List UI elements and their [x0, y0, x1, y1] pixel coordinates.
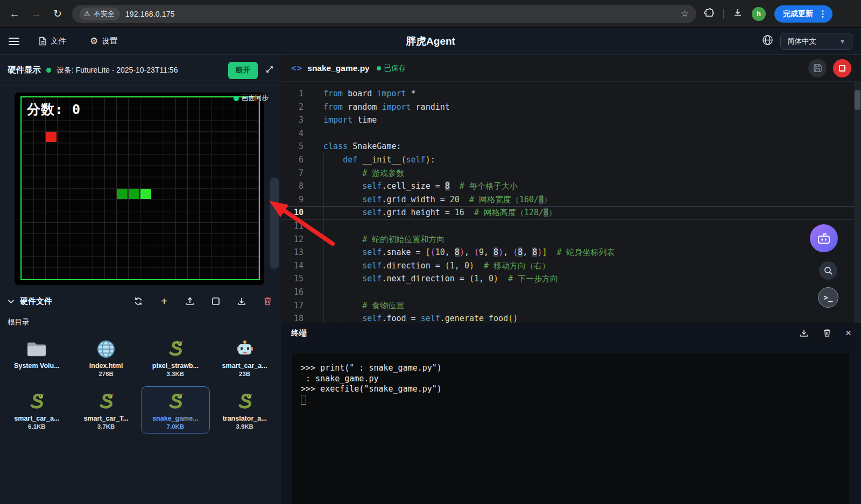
file-item[interactable]: smart_car_a...6.1KB	[2, 386, 72, 434]
file-name: index.html	[89, 362, 123, 370]
device-online-dot	[46, 68, 51, 73]
security-chip[interactable]: ⚠不安全	[80, 8, 120, 20]
food-cell	[46, 132, 57, 142]
upload-icon[interactable]	[184, 295, 196, 308]
hamburger-menu-icon[interactable]	[9, 38, 19, 45]
menu-file[interactable]: 文件	[39, 36, 66, 46]
editor-scrollbar-thumb[interactable]	[855, 90, 860, 110]
globe-icon[interactable]	[762, 34, 773, 48]
file-size: 23B	[239, 371, 250, 377]
snake-icon	[27, 391, 46, 413]
snake-head-cell	[140, 189, 151, 199]
update-label: 完成更新	[783, 9, 813, 19]
terminal-line: >>> execfile("snake_game.py")	[301, 384, 841, 395]
device-label: 设备: FutureLite - 2025-10-23T11:56	[57, 66, 223, 75]
new-file-icon[interactable]: +	[158, 295, 171, 308]
terminal-panel: 终端 × >>> print(" : snake_game.py") : sna…	[281, 323, 861, 504]
bookmark-star-icon[interactable]: ☆	[681, 8, 689, 19]
code-line: 7 # 游戏参数	[281, 167, 861, 180]
ai-assistant-button[interactable]	[810, 224, 838, 252]
file-item[interactable]: pixel_strawb...3.3KB	[141, 333, 210, 381]
indent-guide	[343, 167, 343, 323]
sync-label: 画面同步	[242, 94, 269, 103]
editor-scrollbar[interactable]	[854, 82, 861, 323]
code-line: 5class SnakeGame:	[281, 140, 861, 153]
security-label: 不安全	[94, 9, 115, 19]
terminal-clear-icon[interactable]	[823, 328, 831, 338]
fullscreen-icon[interactable]	[265, 65, 274, 76]
code-line: 17 # 食物位置	[281, 299, 861, 313]
line-number: 10	[281, 207, 315, 219]
terminal-close-icon[interactable]: ×	[845, 327, 851, 339]
profile-avatar[interactable]: h	[752, 7, 766, 21]
downloads-icon[interactable]	[732, 8, 743, 20]
terminal-cursor-line	[301, 395, 841, 406]
line-number: 1	[281, 87, 315, 101]
file-grid: System Volu...index.html276Bpixel_strawb…	[2, 333, 279, 434]
file-item[interactable]: snake_game...7.0KB	[141, 386, 210, 434]
terminal-title: 终端	[291, 328, 307, 338]
app-header: 文件 ⚙ 设置 胖虎Agent 简体中文 ▼	[0, 28, 861, 55]
forward-icon[interactable]: →	[29, 8, 43, 20]
file-name: System Volu...	[14, 362, 60, 370]
line-number: 12	[281, 233, 315, 246]
file-item[interactable]: System Volu...	[2, 333, 72, 381]
file-item[interactable]: smart_car_a...23B	[210, 333, 279, 381]
url-text[interactable]: 192.168.0.175	[125, 10, 675, 18]
line-number: 6	[281, 153, 315, 167]
language-select[interactable]: 简体中文 ▼	[780, 33, 852, 50]
screen-frame: 分数: 0	[20, 96, 260, 280]
stop-icon	[839, 65, 845, 72]
hardware-panel-title: 硬件显示	[8, 65, 41, 76]
save-button[interactable]	[808, 59, 827, 77]
indent-guide	[323, 153, 324, 323]
terminal-output[interactable]: >>> print(" : snake_game.py") : snake_ga…	[292, 353, 849, 504]
saved-label: 已保存	[384, 63, 406, 73]
terminal-toggle-button[interactable]: >_	[818, 287, 838, 308]
search-button[interactable]	[819, 261, 837, 280]
file-name: smart_car_T...	[83, 415, 128, 422]
file-name: snake_game...	[152, 415, 198, 422]
robot-icon	[236, 338, 253, 360]
collapse-chevron-icon[interactable]	[8, 296, 15, 306]
code-line: 1from board import *	[281, 87, 861, 101]
file-item[interactable]: translator_a...3.9KB	[210, 386, 279, 434]
editor-filename: snake_game.py	[307, 63, 369, 73]
terminal-cursor	[301, 395, 306, 404]
code-editor[interactable]: 1from board import *2from random import …	[281, 82, 861, 323]
kebab-menu-icon[interactable]: ⋮	[818, 9, 827, 19]
code-line: 11	[281, 219, 861, 233]
saved-dot	[377, 66, 381, 70]
reload-icon[interactable]: ↻	[51, 8, 65, 20]
file-size: 3.3KB	[167, 371, 185, 377]
url-bar[interactable]: ⚠不安全 192.168.0.175 ☆	[72, 5, 696, 23]
delete-icon[interactable]	[261, 295, 274, 308]
terminal-download-icon[interactable]	[799, 328, 809, 338]
chrome-update-button[interactable]: 完成更新 ⋮	[774, 5, 832, 23]
back-icon[interactable]: ←	[8, 8, 22, 20]
download-icon[interactable]	[235, 295, 248, 308]
file-name: pixel_strawb...	[152, 362, 199, 370]
disconnect-button[interactable]: 断开	[228, 62, 258, 79]
file-item[interactable]: smart_car_T...3.7KB	[72, 386, 141, 434]
select-box-icon[interactable]	[209, 295, 222, 308]
extensions-icon[interactable]	[704, 8, 715, 20]
line-number: 5	[281, 140, 315, 153]
root-directory-label: 根目录	[8, 317, 30, 327]
stop-button[interactable]	[833, 59, 851, 77]
panel-scrollbar-thumb[interactable]	[270, 178, 279, 269]
file-item[interactable]: index.html276B	[72, 333, 141, 381]
snake-body-cell	[117, 189, 128, 199]
language-value: 简体中文	[787, 37, 816, 46]
refresh-icon[interactable]	[132, 295, 145, 308]
saved-status: 已保存	[377, 63, 406, 73]
line-number: 16	[281, 286, 315, 299]
files-section-header: 硬件文件 +	[0, 290, 281, 312]
snake-game-grid: 分数: 0	[22, 97, 259, 279]
menu-settings[interactable]: ⚙ 设置	[90, 36, 117, 47]
code-line: 9 self.grid_width = 20 # 网格宽度（160/8）	[281, 193, 861, 207]
hardware-panel: 硬件显示 设备: FutureLite - 2025-10-23T11:56 断…	[0, 55, 281, 504]
terminal-line: >>> print(" : snake_game.py")	[301, 363, 841, 374]
menu-settings-label: 设置	[102, 36, 117, 46]
line-number: 18	[281, 312, 315, 323]
